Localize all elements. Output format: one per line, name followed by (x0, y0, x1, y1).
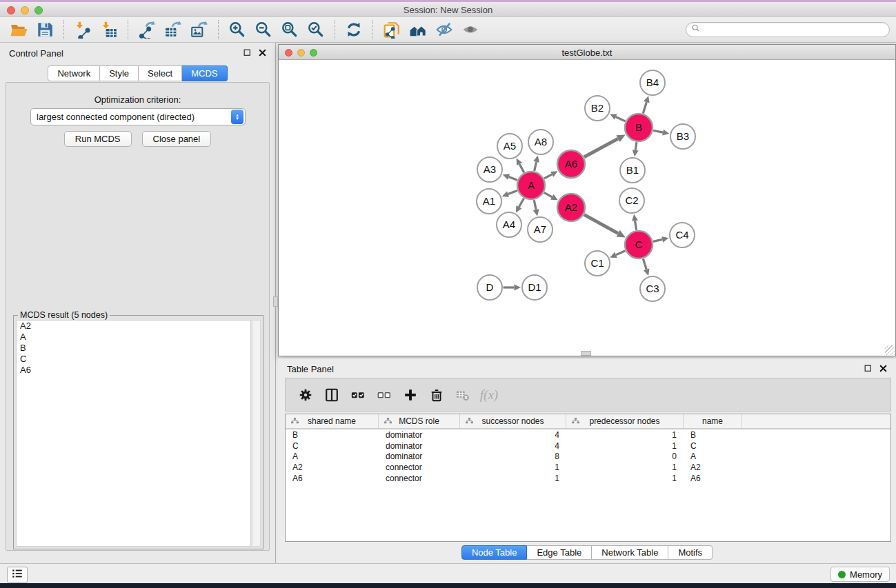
close-panel-button[interactable]: Close panel (142, 131, 212, 147)
zoom-in-button[interactable] (224, 19, 250, 41)
float-table-panel-icon[interactable] (864, 363, 873, 376)
add-column-button[interactable] (399, 383, 422, 407)
column-header-MCDS-role[interactable]: MCDS role (379, 414, 460, 428)
mcds-result-item[interactable]: B (17, 343, 250, 354)
edge-A-A5[interactable] (519, 164, 524, 172)
column-header-predecessor-nodes[interactable]: predecessor nodes (566, 414, 684, 428)
edge-A-A2[interactable] (544, 192, 552, 196)
show-graphics-details-button[interactable] (457, 19, 484, 41)
result-scrollbar[interactable] (252, 320, 261, 547)
import-network-button[interactable] (70, 19, 96, 41)
edge-arrowhead (633, 150, 639, 156)
network-window-titlebar[interactable]: testGlobe.txt (279, 45, 895, 60)
zoom-out-button[interactable] (250, 19, 277, 41)
edge-A-A8[interactable] (535, 162, 537, 171)
mcds-result-item[interactable]: A6 (17, 365, 250, 376)
edge-A-A4[interactable] (519, 199, 524, 207)
open-file-button[interactable] (6, 19, 32, 41)
edge-A2-C[interactable] (584, 214, 618, 233)
refresh-button[interactable] (341, 19, 367, 41)
table-row[interactable]: Adominator80A (286, 451, 890, 462)
tab-network-table[interactable]: Network Table (592, 545, 668, 560)
edge-A-A3[interactable] (509, 177, 517, 181)
run-mcds-button[interactable]: Run MCDS (64, 131, 132, 147)
gear-button[interactable] (294, 383, 317, 407)
table-toolbar: f(x) (285, 378, 891, 412)
mcds-result-item[interactable]: A2 (17, 321, 250, 332)
column-header-successor-nodes[interactable]: successor nodes (460, 414, 566, 428)
import-table-button[interactable] (96, 19, 122, 41)
edge-C-C1[interactable] (616, 251, 625, 255)
hide-selected-button[interactable] (431, 19, 457, 41)
show-panels-button[interactable] (7, 567, 28, 583)
table-cell: 1 (460, 474, 566, 483)
close-table-panel-icon[interactable] (879, 363, 888, 376)
close-panel-icon[interactable] (258, 48, 267, 60)
toolbar-separator (63, 20, 64, 39)
export-table-button[interactable] (160, 19, 186, 41)
memory-status-icon (838, 571, 846, 578)
float-panel-icon[interactable] (243, 48, 252, 60)
mcds-result-item[interactable]: C (17, 354, 250, 365)
node-label-B1: B1 (626, 164, 639, 176)
table-row[interactable]: Cdominator41C (286, 440, 890, 452)
edge-B-B1[interactable] (635, 142, 637, 150)
zoom-fit-button[interactable] (277, 19, 303, 41)
copy-network-icon (383, 21, 401, 39)
search-input[interactable] (701, 23, 889, 36)
horizontal-splitter-handle[interactable] (581, 351, 591, 356)
column-type-icon (290, 417, 299, 428)
table-cell: A2 (684, 463, 742, 472)
delete-column-button[interactable] (425, 383, 448, 407)
tab-style[interactable]: Style (100, 65, 139, 81)
status-bar: Memory (0, 563, 896, 583)
edge-B-B2[interactable] (616, 116, 626, 121)
column-header-name[interactable]: name (684, 414, 742, 428)
edge-arrowhead (533, 209, 539, 216)
zoom-selected-button[interactable] (303, 19, 329, 41)
edge-C-C4[interactable] (653, 239, 662, 241)
tab-network[interactable]: Network (48, 65, 100, 81)
vertical-splitter-handle[interactable] (273, 296, 278, 307)
node-label-A3: A3 (484, 163, 496, 175)
copy-network-button[interactable] (379, 19, 405, 41)
network-canvas[interactable]: B4B2BB3A5A8A6A3B1AA1C2A2A4A7C4CC1C3DD1 (279, 60, 895, 356)
zoom-selected-icon (307, 21, 325, 39)
tab-motifs[interactable]: Motifs (668, 545, 713, 560)
edge-A-A6[interactable] (544, 174, 552, 179)
edge-A-A7[interactable] (534, 200, 536, 210)
optimization-criterion-label: Optimization criterion: (6, 94, 269, 105)
table-row[interactable]: A6connector11A6 (286, 473, 890, 484)
edge-A6-B[interactable] (584, 139, 618, 157)
window-resize-grip[interactable] (885, 345, 895, 355)
optimization-criterion-dropdown[interactable]: largest connected component (directed) ▲… (30, 108, 246, 125)
main-toolbar (0, 17, 896, 43)
mcds-result-item[interactable]: A (17, 332, 250, 343)
memory-button[interactable]: Memory (830, 567, 890, 582)
table-row[interactable]: A2connector11A2 (286, 462, 890, 473)
first-neighbors-button[interactable] (405, 19, 431, 41)
column-view-button[interactable] (320, 383, 344, 407)
edge-A-A1[interactable] (508, 191, 517, 194)
node-label-A6: A6 (565, 158, 577, 170)
tab-select[interactable]: Select (139, 65, 182, 81)
edge-B-B4[interactable] (643, 102, 646, 113)
edge-B-B3[interactable] (653, 130, 663, 132)
edge-C-C3[interactable] (643, 259, 646, 270)
hide-selected-icon (435, 21, 453, 39)
export-network-button[interactable] (134, 19, 160, 41)
export-image-button[interactable] (186, 19, 212, 41)
node-label-B3: B3 (677, 130, 689, 142)
search-field[interactable] (686, 22, 890, 37)
column-header-shared-name[interactable]: shared name (286, 414, 379, 428)
save-session-button[interactable] (32, 19, 58, 41)
node-label-A7: A7 (534, 223, 546, 235)
edge-C-C2[interactable] (635, 221, 637, 230)
table-row[interactable]: Bdominator41B (286, 429, 890, 440)
tab-mcds[interactable]: MCDS (182, 65, 227, 81)
table-cell: 0 (566, 452, 684, 461)
deselect-all-button[interactable] (372, 383, 396, 407)
tab-node-table[interactable]: Node Table (461, 545, 528, 560)
select-all-button[interactable] (346, 383, 370, 407)
tab-edge-table[interactable]: Edge Table (527, 545, 592, 560)
